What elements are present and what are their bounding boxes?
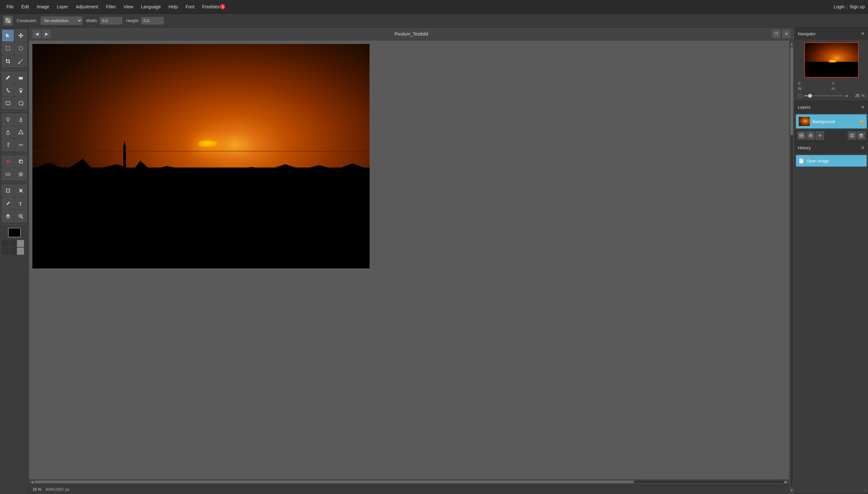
login-button[interactable]: Login (834, 4, 845, 9)
swatch-1[interactable] (2, 240, 8, 247)
dodge-tool[interactable] (2, 113, 14, 126)
svg-point-18 (20, 89, 22, 91)
shape-draw-tool[interactable] (15, 126, 27, 138)
signup-button[interactable]: Sign up (850, 4, 865, 9)
move-tool[interactable] (15, 30, 27, 42)
layers-copy-btn[interactable] (848, 131, 856, 140)
history-close[interactable]: ✕ (861, 145, 865, 150)
spot-heal-tool[interactable] (2, 155, 14, 168)
sun (198, 140, 217, 147)
brush-tool[interactable] (2, 72, 14, 83)
menu-adjustment[interactable]: Adjustment (73, 3, 101, 11)
scroll-down-arrow[interactable]: ▼ (790, 488, 794, 493)
menu-layer[interactable]: Layer (54, 3, 72, 11)
eraser-tool[interactable] (15, 72, 27, 83)
menu-edit[interactable]: Edit (18, 3, 32, 11)
red-eye-tool[interactable] (2, 168, 14, 180)
layers-grid-btn[interactable] (797, 131, 806, 140)
measure-tool[interactable] (15, 55, 27, 67)
menu-filter[interactable]: Filter (103, 3, 119, 11)
height-input[interactable] (141, 17, 164, 24)
nav-h-label: H: (832, 87, 865, 91)
crop-tool[interactable] (2, 55, 14, 67)
silhouette (32, 152, 370, 169)
nav-coords: X: Y: W: H: (795, 80, 868, 92)
canvas-nav-next[interactable]: ▶ (42, 30, 51, 38)
scroll-thumb-h[interactable] (34, 480, 634, 483)
layers-toolbar (795, 130, 868, 141)
width-label: Width: (86, 18, 98, 23)
text-tool[interactable]: T (15, 197, 27, 210)
transform-tool[interactable] (2, 185, 14, 197)
swatch-4[interactable] (2, 248, 8, 255)
scroll-track-h[interactable] (34, 480, 784, 483)
burn-tool[interactable] (15, 113, 27, 126)
history-resize-handle[interactable]: ↙ (864, 488, 867, 492)
clone-tool[interactable] (15, 155, 27, 168)
canvas-area[interactable] (29, 40, 789, 479)
stamp-tool[interactable] (15, 84, 27, 96)
layers-settings-btn[interactable] (816, 131, 824, 140)
width-input[interactable] (100, 17, 122, 24)
menu-help[interactable]: Help (165, 3, 181, 11)
select-tool[interactable] (2, 30, 14, 42)
drop-tool[interactable] (2, 126, 14, 138)
swatch-6[interactable] (17, 248, 24, 255)
svg-rect-20 (6, 101, 10, 105)
swatch-2[interactable] (9, 240, 16, 247)
layer-lock-icon[interactable]: 🔒 (859, 119, 864, 124)
layers-delete-btn[interactable] (857, 131, 865, 140)
svg-rect-16 (20, 77, 23, 79)
history-header: History ✕ (795, 141, 868, 154)
scroll-up-arrow[interactable]: ▲ (790, 42, 794, 46)
svg-rect-5 (6, 46, 10, 50)
pen-tool[interactable] (2, 197, 14, 210)
layer-item-background[interactable]: Background 🔒 (796, 114, 867, 129)
svg-rect-33 (6, 189, 7, 190)
menu-font[interactable]: Font (182, 3, 198, 11)
canvas-close-btn[interactable]: ✕ (782, 30, 790, 38)
menu-freebies[interactable]: Freebies 5 (199, 3, 228, 11)
constraint-select[interactable]: No restriction (41, 17, 82, 25)
canvas-nav-prev[interactable]: ◀ (33, 30, 41, 38)
nav-preview-border (804, 42, 859, 78)
svg-point-6 (19, 46, 23, 50)
horizontal-scrollbar[interactable]: ◀ ▶ (29, 479, 789, 484)
layers-new-btn[interactable] (807, 131, 815, 140)
lasso-tool[interactable] (15, 42, 27, 55)
transform-point-tool[interactable] (15, 185, 27, 197)
layers-close[interactable]: ✕ (861, 104, 865, 110)
menu-image[interactable]: Image (34, 3, 53, 11)
zoom-tool[interactable] (15, 210, 27, 222)
hand-tool[interactable] (2, 210, 14, 222)
finger-tool[interactable] (2, 139, 14, 151)
swatch-5[interactable] (9, 248, 16, 255)
blend-tool[interactable] (15, 139, 27, 151)
text-shape-tool[interactable] (15, 97, 27, 109)
width-field: Width: (86, 17, 122, 24)
foreground-color[interactable] (8, 228, 21, 238)
rect-shape-tool[interactable] (2, 97, 14, 109)
menu-view[interactable]: View (120, 3, 136, 11)
canvas-restore-btn[interactable]: ❐ (772, 30, 780, 38)
scroll-right-arrow[interactable]: ▶ (784, 480, 788, 484)
history-item-open-image[interactable]: 📄 Open image (796, 155, 867, 167)
canvas-size: 4000x2667 px (45, 487, 69, 492)
swatch-3[interactable] (17, 240, 24, 247)
vertical-scrollbar[interactable]: ▲ ▼ (789, 40, 794, 494)
fill-tool[interactable] (2, 84, 14, 96)
blur-sharpen-tool[interactable] (15, 168, 27, 180)
menu-language[interactable]: Language (138, 3, 164, 11)
menu-file[interactable]: File (3, 3, 17, 11)
layers-title: Layers (798, 105, 810, 110)
zoom-slider-thumb[interactable] (808, 94, 812, 98)
scroll-track-v[interactable] (790, 47, 793, 487)
svg-point-31 (20, 173, 22, 175)
scroll-left-arrow[interactable]: ◀ (30, 480, 34, 484)
rect-select-tool[interactable] (2, 42, 14, 55)
history-open-icon: 📄 (798, 158, 804, 164)
zoom-slider[interactable] (804, 95, 844, 96)
svg-point-21 (7, 118, 9, 120)
navigator-close[interactable]: ✕ (861, 31, 865, 36)
scroll-thumb-v[interactable] (790, 47, 793, 135)
